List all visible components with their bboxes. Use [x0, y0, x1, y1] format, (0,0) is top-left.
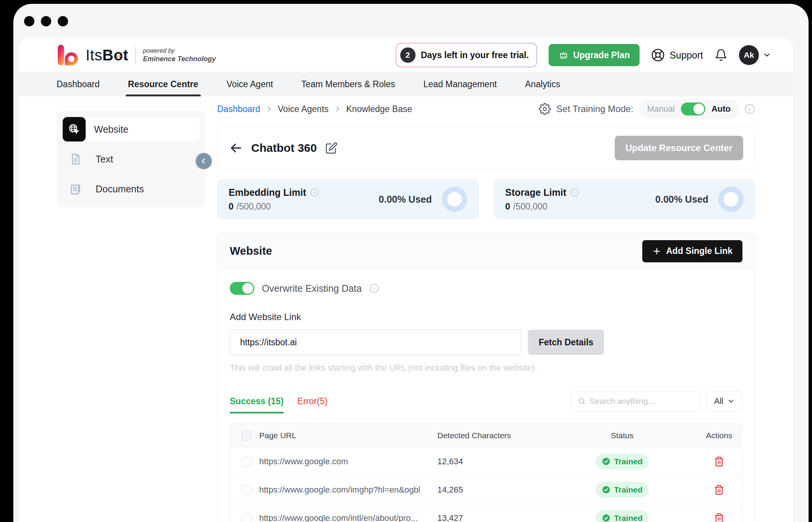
status-badge: Trained	[596, 510, 649, 522]
info-icon[interactable]	[570, 188, 579, 197]
sidebar-collapse-button[interactable]	[196, 153, 212, 169]
text-file-icon	[69, 153, 82, 166]
sidebar-item-website[interactable]: Website	[63, 117, 200, 141]
sidebar-label-text: Text	[96, 154, 113, 165]
website-icon-box	[63, 117, 86, 141]
browser-window: Its Bot powered by Eminence Technology 2…	[13, 4, 809, 522]
row-checkbox[interactable]	[242, 457, 252, 467]
support-button[interactable]: Support	[651, 48, 703, 62]
overwrite-toggle[interactable]	[230, 282, 254, 295]
overwrite-label: Overwrite Existing Data	[262, 283, 362, 294]
bot-eyes-decoration	[116, 55, 121, 57]
col-page-url: Page URL	[259, 431, 437, 440]
breadcrumb-voice-agents[interactable]: Voice Agents	[278, 104, 329, 114]
check-circle-icon	[602, 485, 611, 494]
chevron-left-icon	[200, 157, 208, 165]
delete-icon[interactable]	[714, 513, 724, 522]
app-header: Its Bot powered by Eminence Technology 2…	[19, 38, 793, 72]
delete-icon[interactable]	[714, 456, 724, 467]
pages-table: Page URL Detected Characters Status Acti…	[230, 423, 742, 522]
row-chars: 14,265	[437, 485, 548, 495]
mode-manual-label[interactable]: Manual	[647, 104, 675, 114]
sidebar-label-documents: Documents	[96, 184, 144, 195]
brand-its: Its	[86, 47, 102, 64]
check-circle-icon	[602, 514, 611, 522]
select-all-checkbox[interactable]	[242, 431, 252, 441]
nav-voice-agent[interactable]: Voice Agent	[227, 72, 273, 96]
nav-lead-management[interactable]: Lead Management	[424, 72, 497, 96]
lifebuoy-icon	[651, 48, 665, 62]
breadcrumb: Dashboard Voice Agents Knowledge Base	[217, 104, 412, 114]
status-badge: Trained	[596, 482, 649, 498]
sidebar-item-text[interactable]: Text	[63, 147, 200, 171]
embedding-total: /500,000	[237, 202, 271, 212]
crown-icon	[559, 50, 568, 60]
sidebar-item-documents[interactable]: Documents	[63, 177, 200, 201]
tab-error[interactable]: Error(5)	[297, 396, 328, 413]
add-single-link-button[interactable]: Add Single Link	[642, 240, 742, 262]
info-icon[interactable]	[744, 104, 755, 114]
app-page: Its Bot powered by Eminence Technology 2…	[19, 38, 793, 522]
usage-limits: Embedding Limit 0 /500,000 0.0	[217, 179, 755, 220]
add-website-link-label: Add Website Link	[230, 312, 742, 322]
notifications-bell-icon[interactable]	[715, 49, 728, 62]
row-checkbox[interactable]	[242, 485, 252, 495]
chevron-down-icon	[763, 51, 771, 59]
brand-logo[interactable]: Its Bot powered by Eminence Technology	[57, 44, 216, 66]
chevron-right-icon	[266, 106, 273, 112]
breadcrumb-dashboard[interactable]: Dashboard	[217, 104, 260, 114]
info-icon[interactable]	[310, 188, 319, 197]
chevron-right-icon	[334, 106, 341, 112]
row-checkbox[interactable]	[242, 513, 252, 522]
upgrade-plan-button[interactable]: Upgrade Plan	[549, 44, 640, 66]
update-resource-center-button[interactable]: Update Resource Center	[615, 136, 743, 160]
training-mode-pill: Manual Auto	[639, 99, 739, 119]
search-input[interactable]	[590, 397, 694, 406]
storage-used: 0	[505, 202, 510, 212]
storage-limit-title: Storage Limit	[505, 187, 567, 198]
delete-icon[interactable]	[714, 485, 724, 495]
nav-resource-centre[interactable]: Resource Centre	[128, 72, 198, 96]
embedding-limit-card: Embedding Limit 0 /500,000 0.0	[217, 179, 479, 220]
trial-days-count: 2	[400, 47, 416, 63]
main-panel: Dashboard Voice Agents Knowledge Base Se…	[217, 100, 755, 522]
brand-wordmark: Its Bot	[86, 47, 128, 64]
col-actions: Actions	[706, 431, 732, 440]
training-mode-toggle[interactable]	[681, 102, 705, 115]
back-arrow-icon[interactable]	[229, 141, 243, 155]
row-chars: 12,634	[437, 457, 548, 467]
embedding-used: 0	[229, 202, 234, 212]
documents-icon	[69, 182, 82, 195]
window-controls[interactable]	[24, 16, 68, 26]
row-url: https://www.google.com/intl/en/about/pro…	[259, 513, 437, 522]
filter-all-dropdown[interactable]: All	[706, 391, 742, 411]
check-circle-icon	[602, 457, 611, 466]
website-panel-header: Website Add Single Link	[218, 233, 755, 270]
col-status: Status	[611, 431, 634, 440]
agent-header-card: Chatbot 360 Update Resource Center	[217, 126, 755, 170]
search-box[interactable]	[571, 391, 700, 411]
storage-limit-card: Storage Limit 0 /500,000 0.00%	[494, 179, 755, 220]
storage-total: /500,000	[513, 202, 547, 212]
user-menu[interactable]: Ak	[739, 45, 771, 65]
website-url-input[interactable]	[230, 329, 521, 355]
website-panel: Website Add Single Link Overwrite Existi…	[217, 233, 755, 522]
powered-by: powered by Eminence Technology	[143, 47, 216, 63]
nav-team-members[interactable]: Team Members & Roles	[301, 72, 395, 96]
nav-dashboard[interactable]: Dashboard	[57, 72, 100, 96]
info-icon[interactable]	[369, 283, 379, 293]
embedding-progress-ring	[442, 187, 467, 212]
mode-auto-label[interactable]: Auto	[711, 104, 731, 114]
fetch-details-button[interactable]: Fetch Details	[528, 330, 604, 355]
training-mode-label: Set Training Mode:	[556, 104, 633, 114]
table-header-row: Page URL Detected Characters Status Acti…	[230, 424, 742, 447]
brand-bot: Bot	[102, 47, 128, 64]
search-icon	[578, 397, 586, 406]
edit-icon[interactable]	[325, 142, 338, 154]
website-panel-title: Website	[230, 245, 272, 257]
training-mode-control: Set Training Mode: Manual Auto	[539, 99, 755, 119]
tab-success[interactable]: Success (15)	[230, 396, 284, 413]
crawl-helper-text: This will crawl all the links starting w…	[230, 363, 742, 373]
avatar[interactable]: Ak	[739, 45, 759, 65]
nav-analytics[interactable]: Analytics	[525, 72, 560, 96]
